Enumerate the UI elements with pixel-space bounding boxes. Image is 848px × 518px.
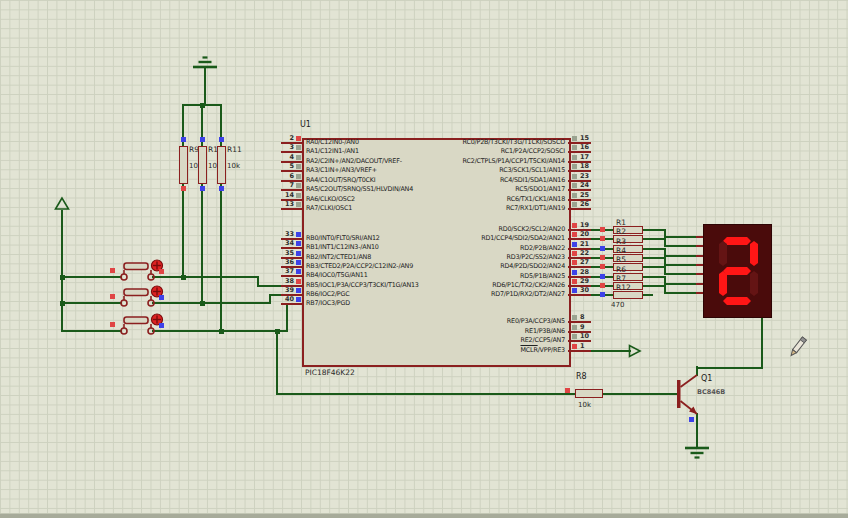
pin-name: RC3/SCK1/SCL1/AN15 xyxy=(499,167,565,174)
wire[interactable] xyxy=(643,285,665,287)
pin-state-square xyxy=(572,145,577,150)
segment-g xyxy=(723,267,751,275)
pin-name: RD6/P1C/TX2/CK2/AN26 xyxy=(492,282,565,289)
wire[interactable] xyxy=(605,285,613,287)
wire[interactable] xyxy=(276,330,278,395)
pin-state-square xyxy=(296,232,301,237)
wire[interactable] xyxy=(591,257,600,259)
pullup-resistor-body[interactable] xyxy=(217,146,226,184)
pin-state-square xyxy=(181,186,186,191)
junction-dot xyxy=(275,329,280,334)
wire[interactable] xyxy=(605,276,613,278)
pin-name: RB3/CTED2/P2A/CCP2/C12IN2-/AN9 xyxy=(306,263,413,270)
resistor-r8-body[interactable] xyxy=(575,389,603,398)
pin-state-square xyxy=(600,292,605,297)
wire[interactable] xyxy=(286,303,288,332)
pin-number: 33 xyxy=(278,230,294,238)
pin-name: RD5/P1B/AN25 xyxy=(520,273,565,280)
wire[interactable] xyxy=(152,276,258,278)
wire[interactable] xyxy=(643,294,653,296)
pin-name: RE1/P3B/AN6 xyxy=(525,328,565,335)
wire[interactable] xyxy=(664,264,697,266)
wire[interactable] xyxy=(605,248,613,250)
wire[interactable] xyxy=(591,276,600,278)
wire[interactable] xyxy=(605,238,613,240)
segment-e xyxy=(719,271,727,296)
pin-state-square xyxy=(181,137,186,142)
pin-name: RB5/IOC1/P3A/CCP3/T3CKI/T1G/AN13 xyxy=(306,282,419,289)
pin-number: 4 xyxy=(278,153,294,161)
wire[interactable] xyxy=(643,276,665,278)
wire[interactable] xyxy=(643,257,665,259)
wire[interactable] xyxy=(591,229,600,231)
wire[interactable] xyxy=(182,105,184,277)
pin-state-square xyxy=(572,193,577,198)
pin-name: RA5/C2OUT/SRNQ/SS1/HLVDIN/AN4 xyxy=(306,186,413,193)
pin-state-square xyxy=(572,251,577,256)
ground-terminal-icon[interactable] xyxy=(683,445,711,461)
wire[interactable] xyxy=(761,316,763,369)
pin-number: 9 xyxy=(580,323,585,331)
pin-state-square xyxy=(296,288,301,293)
pin-number: 17 xyxy=(580,153,589,161)
wire[interactable] xyxy=(605,257,613,259)
pin-state-square xyxy=(689,417,694,422)
wire[interactable] xyxy=(664,273,697,275)
pin-state-square xyxy=(572,174,577,179)
wire[interactable] xyxy=(591,350,631,352)
pin-number: 40 xyxy=(278,295,294,303)
pin-number: 36 xyxy=(278,258,294,266)
wire[interactable] xyxy=(664,245,697,247)
wire[interactable] xyxy=(602,393,678,395)
wire[interactable] xyxy=(61,210,63,332)
pin-state-square xyxy=(572,223,577,228)
pin-name: RA4/C1OUT/SRQ/T0CKI xyxy=(306,177,375,184)
wire[interactable] xyxy=(152,302,271,304)
wire[interactable] xyxy=(664,255,697,257)
resistor-pack-ref: R2 xyxy=(616,228,626,236)
arrow-terminal-icon[interactable] xyxy=(628,344,643,358)
wire[interactable] xyxy=(204,68,206,105)
power-terminal-icon[interactable] xyxy=(54,196,70,211)
pin-name: RC4/SDI1/SDA1/AN16 xyxy=(500,177,565,184)
wire[interactable] xyxy=(591,248,600,250)
wire[interactable] xyxy=(201,105,203,303)
pullup-resistor-body[interactable] xyxy=(198,146,207,184)
wire[interactable] xyxy=(643,238,665,240)
pin-number: 23 xyxy=(580,172,589,180)
pin-name: RB4/IOC0/T5G/AN11 xyxy=(306,272,368,279)
junction-dot xyxy=(219,329,224,334)
segment-c xyxy=(750,271,758,296)
wire[interactable] xyxy=(643,229,665,231)
pin-state-square xyxy=(219,137,224,142)
wire[interactable] xyxy=(591,285,600,287)
wire[interactable] xyxy=(664,283,697,285)
pin-state-square xyxy=(600,264,605,269)
pin-stub xyxy=(568,350,591,352)
wire[interactable] xyxy=(643,266,665,268)
wire[interactable] xyxy=(591,294,600,296)
ground-terminal-icon[interactable] xyxy=(191,54,219,70)
resistor-pack-ref: R3 xyxy=(616,238,626,246)
pin-state-square xyxy=(600,283,605,288)
pin-state-square xyxy=(296,260,301,265)
wire[interactable] xyxy=(591,238,600,240)
wire[interactable] xyxy=(643,248,665,250)
schematic-canvas[interactable]: U1 PIC18F46K22 2RA0/C12IN0-/AN03RA1/C12I… xyxy=(0,0,848,518)
seven-segment-display[interactable] xyxy=(703,224,772,318)
wire[interactable] xyxy=(605,294,613,296)
pin-name: RC2/CTPLS/P1A/CCP1/T5CKI/AN14 xyxy=(463,158,565,165)
wire[interactable] xyxy=(664,292,697,294)
wire[interactable] xyxy=(591,266,600,268)
pin-name: RC1/P2A/CCP2/SOSCI xyxy=(501,148,565,155)
resistor-pack-body[interactable] xyxy=(613,291,643,299)
junction-dot xyxy=(60,301,65,306)
pullup-resistor-body[interactable] xyxy=(179,146,188,184)
pin-state-square xyxy=(600,227,605,232)
mcu-part-number: PIC18F46K22 xyxy=(305,369,355,377)
wire[interactable] xyxy=(605,266,613,268)
wire[interactable] xyxy=(276,393,577,395)
pin-state-square xyxy=(296,155,301,160)
wire[interactable] xyxy=(605,229,613,231)
wire[interactable] xyxy=(664,236,697,238)
